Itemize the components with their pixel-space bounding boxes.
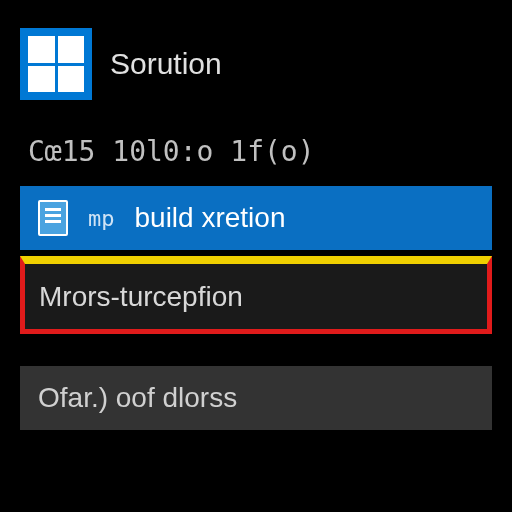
status-row[interactable]: Ofar.) oof dlorss [20,366,492,430]
document-icon [38,200,68,236]
error-label: Mrors-turcepfion [39,281,243,313]
build-label: build xretion [135,202,286,234]
windows-logo-icon [20,28,92,100]
header: Sorution [20,28,492,100]
error-row[interactable]: Mrors-turcepfion [20,256,492,334]
code-counter: Cœ15 10l0:o 1f(o) [20,135,492,168]
status-label: Ofar.) oof dlorss [38,382,237,414]
app-title: Sorution [110,47,222,81]
build-action-row[interactable]: mp build xretion [20,186,492,250]
build-tag: mp [88,206,115,231]
